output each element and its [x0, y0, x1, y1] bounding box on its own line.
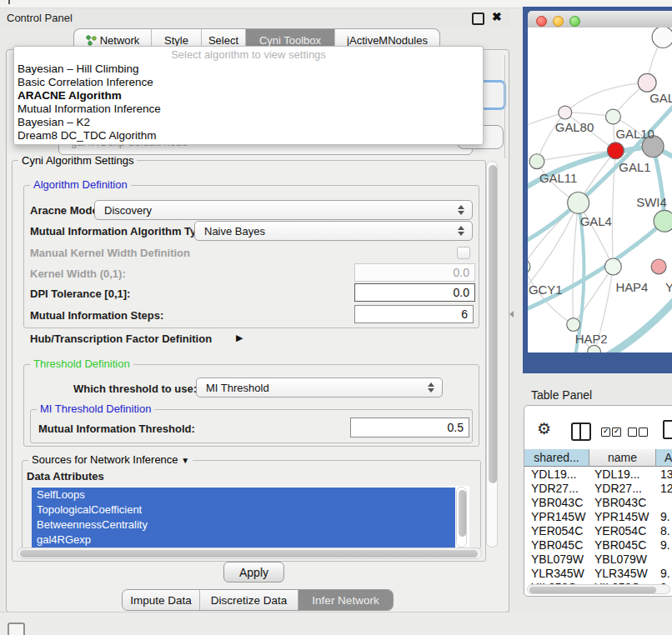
page-bottom-strip	[0, 612, 672, 635]
cell[interactable]: YLR345W	[531, 567, 588, 581]
node-label: HAP2	[575, 332, 608, 346]
apply-button[interactable]: Apply	[223, 562, 284, 582]
data-attributes-list[interactable]: SelfLoops TopologicalCoefficient Between…	[32, 486, 469, 548]
deselect-all-checkbox-icon[interactable]	[639, 428, 648, 437]
cell[interactable]: YDR27...	[594, 482, 654, 496]
cell[interactable]: YER054C	[594, 524, 654, 538]
network-node[interactable]	[559, 106, 572, 119]
cell[interactable]: YDR27...	[531, 482, 588, 496]
network-node[interactable]	[568, 192, 589, 213]
column-header-clipped[interactable]: A	[656, 449, 672, 467]
cell[interactable]: YBR045C	[594, 538, 654, 552]
table-panel-title: Table Panel	[531, 388, 592, 402]
list-item[interactable]: TopologicalCoefficient	[32, 502, 455, 518]
mi-type-select[interactable]: Naive Bayes	[194, 221, 473, 241]
tab-jactivemnodules-label: jActiveMNodules	[347, 34, 428, 47]
list-item[interactable]: gal4RGexp	[32, 532, 455, 548]
select-all-checkbox-icon[interactable]: ✓	[601, 428, 610, 437]
dropdown-item[interactable]: Dream8 DC_TDC Algorithm	[16, 129, 476, 142]
tab-style-label: Style	[164, 34, 188, 47]
cell[interactable]: YBR043C	[531, 496, 588, 510]
new-table-page-icon[interactable]	[663, 420, 672, 439]
cell[interactable]	[660, 552, 672, 567]
horizontal-scrollbar[interactable]	[17, 548, 482, 559]
network-node[interactable]	[605, 109, 620, 124]
stepper-icon	[457, 226, 464, 236]
which-threshold-value: MI Threshold	[206, 382, 269, 394]
dpi-tolerance-field[interactable]: 0.0	[354, 283, 475, 302]
network-node[interactable]	[654, 210, 672, 232]
cell[interactable]: YLR345W	[594, 567, 654, 581]
tab-impute-data[interactable]: Impute Data	[123, 590, 199, 610]
network-node[interactable]	[638, 73, 656, 92]
sources-group-title[interactable]: Sources for Network Inference ▼	[28, 454, 193, 466]
dropdown-item[interactable]: Bayesian – K2	[16, 116, 476, 129]
close-icon[interactable]: ✖	[492, 10, 502, 23]
network-graph[interactable]: GALGAL80GAL10GAL1GAL11GAL4SWI4GCY1HAP4YH…	[528, 28, 672, 352]
manual-kernel-checkbox[interactable]	[457, 247, 470, 259]
dropdown-item[interactable]: Bayesian – Hill Climbing	[16, 62, 476, 76]
vertical-scrollbar[interactable]	[486, 161, 498, 548]
cell[interactable]: YBL079W	[594, 552, 654, 567]
cell[interactable]: YBR043C	[594, 496, 654, 510]
cell[interactable]: 12	[660, 482, 672, 496]
network-node[interactable]	[604, 258, 621, 275]
network-node[interactable]	[588, 345, 601, 352]
minimize-traffic-light[interactable]	[553, 16, 564, 27]
cell[interactable]: 9.	[660, 538, 672, 552]
column-header-shared[interactable]: shared...	[524, 449, 589, 467]
collapsed-panel-icon[interactable]	[8, 622, 25, 635]
split-panel-icon[interactable]	[571, 422, 591, 441]
cell[interactable]: YDL19...	[594, 468, 654, 482]
network-node[interactable]	[651, 259, 666, 274]
vertical-scrollbar-thumb[interactable]	[489, 165, 497, 483]
tab-discretize-data[interactable]: Discretize Data	[199, 590, 298, 610]
table-settings-gear-icon[interactable]: ⚙	[537, 419, 551, 438]
table-horizontal-scrollbar[interactable]	[527, 584, 670, 594]
zoom-traffic-light[interactable]	[569, 16, 580, 27]
expand-arrow-icon[interactable]: ▶	[236, 332, 243, 343]
which-threshold-select[interactable]: MI Threshold	[196, 378, 443, 398]
cell[interactable]: YDL19...	[531, 468, 588, 482]
kernel-width-field[interactable]: 0.0	[354, 263, 475, 282]
cell[interactable]: 9.	[660, 510, 672, 524]
cell[interactable]: 8.	[660, 524, 672, 538]
network-node[interactable]	[567, 318, 580, 332]
node-label: GAL1	[619, 161, 650, 174]
float-window-icon[interactable]	[472, 12, 484, 25]
network-canvas[interactable]: GALGAL80GAL10GAL1GAL11GAL4SWI4GCY1HAP4YH…	[528, 28, 672, 352]
network-window-titlebar[interactable]	[528, 11, 672, 28]
mi-threshold-field[interactable]: 0.5	[350, 418, 469, 438]
list-item[interactable]: BetweennessCentrality	[32, 518, 455, 532]
algorithm-dropdown-popup: Select algorithm to view settings Bayesi…	[13, 46, 484, 145]
dropdown-item[interactable]: Mutual Information Inference	[16, 102, 476, 116]
close-traffic-light[interactable]	[536, 16, 547, 27]
cell[interactable]: YBR045C	[531, 538, 588, 552]
column-header-name[interactable]: name	[589, 449, 656, 467]
select-all-checkbox-icon[interactable]: ✓	[612, 428, 621, 437]
aracne-mode-select[interactable]: Discovery	[94, 200, 473, 220]
cell[interactable]	[660, 496, 672, 510]
cell[interactable]: 9.	[660, 567, 672, 581]
dropdown-item-aracne[interactable]: ARACNE Algorithm	[16, 89, 476, 102]
cell[interactable]: YBL079W	[531, 552, 588, 567]
cell[interactable]: 13	[660, 468, 672, 482]
table-scrollbar-thumb[interactable]	[529, 587, 656, 593]
horizontal-scrollbar-thumb[interactable]	[20, 550, 478, 558]
dropdown-item[interactable]: Basic Correlation Inference	[16, 76, 476, 89]
splitter-handle-icon[interactable]	[509, 311, 514, 318]
deselect-all-checkbox-icon[interactable]	[628, 428, 637, 437]
mi-type-label: Mutual Information Algorithm Type:	[30, 225, 213, 238]
list-vertical-scrollbar[interactable]	[456, 487, 467, 548]
cell[interactable]: YER054C	[531, 524, 588, 538]
network-node[interactable]	[529, 154, 544, 169]
cell[interactable]: YPR145W	[531, 510, 588, 524]
list-item[interactable]: SelfLoops	[32, 488, 455, 502]
mi-steps-field[interactable]: 6	[354, 305, 474, 323]
network-node[interactable]	[607, 142, 624, 159]
network-node[interactable]	[652, 28, 672, 48]
cell[interactable]: YPR145W	[594, 510, 654, 524]
network-node[interactable]	[528, 259, 530, 274]
list-scrollbar-thumb[interactable]	[459, 490, 466, 537]
tab-infer-network[interactable]: Infer Network	[298, 590, 393, 610]
